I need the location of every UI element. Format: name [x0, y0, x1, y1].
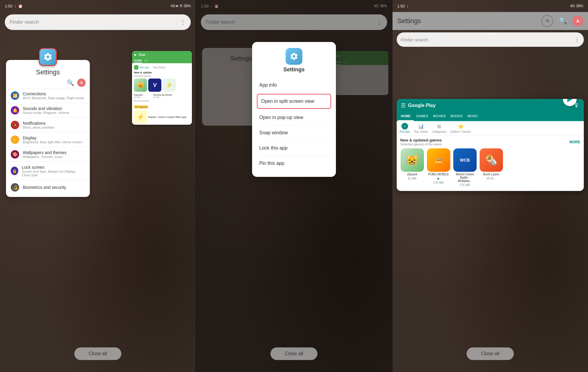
lock-sub: Screen lock type, Always On Display, Clo… [22, 170, 85, 177]
gear-icon-1 [43, 52, 53, 62]
play-mini-top-charts[interactable]: Top charts [153, 66, 165, 69]
settings-card-container: Settings 🔍 A 📶 Connections Wi-Fi, Blueto… [6, 48, 90, 197]
play-mini-rapido-name: Rapido - India's Largest Bike App [148, 116, 186, 118]
context-split-screen[interactable]: Open in split screen view [257, 94, 331, 109]
panel-1: 1:50 ↑ ⏰ 4G★ R 38% Finder search ⋮ ▶ Goo… [0, 0, 196, 372]
play-tab-games[interactable]: GAMES [414, 112, 431, 121]
zipsack-size: 91 MB [408, 177, 416, 180]
play-section-sub: Selected games of the week [400, 142, 442, 146]
context-app-info[interactable]: App info [252, 78, 336, 93]
settings-item-sound[interactable]: 🔔 Sounds and vibration Sound mode, Ringt… [6, 103, 90, 118]
play-subtab-foryou-label: For you [400, 130, 410, 133]
play-large-card: ☰ Google Play 🎙 HOME GAMES MOVIES BOOKS … [397, 99, 584, 191]
play-tab-books[interactable]: BOOKS [448, 112, 465, 121]
play-mini-varsity-thumb: V [148, 79, 161, 92]
connections-title: Connections [23, 91, 84, 96]
play-mini-rapido-icon: ⚡ [134, 110, 147, 124]
play-mini-games-tab[interactable]: GA [144, 59, 148, 63]
notif-title: Notifications [23, 121, 54, 126]
finder-menu-icon-3[interactable]: ⋮ [574, 36, 580, 43]
context-pin[interactable]: Pin this app [252, 156, 336, 171]
panel-3: 1:50 ↑ 4G 38% Settings ✕ 🔍 A Finder sear… [392, 0, 588, 372]
play-subtab-editors-label: Editors' Choice [451, 130, 471, 133]
context-menu: Settings App info Open in split screen v… [252, 42, 336, 177]
settings-search-icon[interactable]: 🔍 [67, 79, 74, 86]
biometrics-icon: 🔏 [11, 183, 19, 192]
settings-list: 📶 Connections Wi-Fi, Bluetooth, Data usa… [6, 88, 90, 195]
game-item-pubg[interactable]: 1st PUBG PUBG MOBILE ▶ 275 MB [427, 148, 451, 187]
play-subtab-editors[interactable]: ⭐ Editors' Choice [451, 123, 471, 133]
play-hamburger-icon[interactable]: ☰ [401, 102, 406, 109]
settings-item-biometrics[interactable]: 🔏 Biometrics and security [6, 180, 90, 195]
play-mini-section: New & update [134, 70, 190, 75]
settings-header-bar: Settings ✕ 🔍 A [392, 12, 588, 30]
upload-icon-1: ↑ [14, 4, 16, 8]
lock-icon: 🔒 [11, 167, 18, 175]
play-more-btn[interactable]: MORE [569, 140, 580, 144]
panel-2: 1:50 ↑ ⏰ 4G 38% Finder search ⋮ Goo HOME… [196, 0, 392, 372]
play-tab-home[interactable]: HOME [398, 112, 414, 121]
settings-item-notif[interactable]: 🔕 Notifications Block, allow, prioritise [6, 118, 90, 132]
pubg-play-icon: ▶ [437, 177, 440, 180]
play-mini-for-you[interactable]: For you [140, 66, 149, 69]
wcb-size: 275 MB [460, 183, 470, 187]
lock-title: Lock screen [22, 165, 85, 170]
finder-menu-icon-1[interactable]: ⋮ [180, 19, 186, 26]
finder-bar-1[interactable]: Finder search ⋮ [5, 14, 191, 30]
close-all-btn-3[interactable]: Close all [467, 347, 514, 360]
play-section-title: New & updated games [400, 138, 442, 142]
battery-1: 38% [184, 4, 191, 8]
settings-item-lock[interactable]: 🔒 Lock screen Screen lock type, Always O… [6, 162, 90, 180]
wcb-thumb: WCB [453, 148, 477, 172]
play-mini-logo: ▶ [134, 53, 137, 56]
settings-item-connections[interactable]: 📶 Connections Wi-Fi, Bluetooth, Data usa… [6, 88, 90, 103]
play-logo-icon [566, 99, 574, 103]
settings-item-wallpaper[interactable]: 🎨 Wallpapers and themes Wallpapers, Them… [6, 147, 90, 162]
play-tab-movies[interactable]: MOVIES [431, 112, 448, 121]
play-mini-zipsack-thumb: 😸 [134, 79, 147, 92]
finder-placeholder-3: Finder search [401, 37, 428, 42]
close-all-btn-2[interactable]: Close all [270, 347, 317, 360]
notif-sub: Block, allow, prioritise [23, 126, 54, 129]
context-app-icon [286, 48, 302, 65]
play-mini-game1-name: Zipsack [134, 94, 152, 96]
settings-floating-icon [39, 48, 57, 66]
play-mini-home-tab[interactable]: HOME [134, 59, 142, 63]
play-subtab-topcharts[interactable]: 📊 Top charts [414, 123, 428, 133]
search-settings-btn[interactable]: 🔍 [557, 15, 569, 27]
display-sub: Brightness, Blue light filter, Home scre… [23, 140, 82, 144]
game-item-burrit[interactable]: 🌯 Burrit Launc 65 M... [479, 148, 503, 187]
settings-card: Settings 🔍 A 📶 Connections Wi-Fi, Blueto… [6, 60, 90, 197]
connections-icon: 📶 [11, 91, 19, 100]
context-snap[interactable]: Snap window [252, 125, 336, 140]
pubg-size: 275 MB [433, 181, 443, 184]
close-settings-btn[interactable]: ✕ [541, 15, 553, 27]
game-item-zipsack[interactable]: 😸 Zipsack 91 MB [400, 148, 424, 187]
display-icon: ☀️ [11, 135, 19, 144]
settings-card-title: Settings [6, 67, 90, 77]
pubg-thumb: 1st PUBG [427, 148, 450, 172]
play-tab-music[interactable]: MUSIC [465, 112, 480, 121]
close-all-btn-1[interactable]: Close all [74, 347, 121, 360]
context-popup[interactable]: Open in pop-up view [252, 110, 336, 125]
play-subtab-categories[interactable]: ⊞ Categories [432, 123, 446, 133]
play-subtab-foryou[interactable]: ✓ For you [400, 123, 410, 133]
wcb-name: World Cricket Battle - Multiplay... [453, 173, 477, 183]
signal-3: 4G [570, 4, 575, 8]
play-mini-game1-size: 91 MB [134, 96, 152, 98]
wallpaper-icon: 🎨 [11, 150, 19, 159]
avatar-3[interactable]: A [572, 16, 583, 26]
game-item-wcb[interactable]: WCB World Cricket Battle - Multiplay... … [453, 148, 477, 187]
finder-bar-3[interactable]: Finder search ⋮ [397, 32, 584, 47]
alarm-icon-1: ⏰ [18, 4, 23, 8]
battery-3: 38% [576, 4, 583, 8]
settings-avatar[interactable]: A [77, 79, 86, 87]
zipsack-name: Zipsack [407, 173, 417, 176]
play-mini-game2-size: 12 MB [153, 96, 174, 98]
play-mini-card: ▶ Goo HOME GA ✓ For you Top charts New &… [132, 51, 192, 125]
sound-icon: 🔔 [11, 106, 19, 115]
status-bar-1: 1:50 ↑ ⏰ 4G★ R 38% [0, 0, 196, 12]
context-lock[interactable]: Lock this app [252, 141, 336, 156]
wallpaper-title: Wallpapers and themes [23, 150, 67, 155]
settings-item-display[interactable]: ☀️ Display Brightness, Blue light filter… [6, 132, 90, 147]
